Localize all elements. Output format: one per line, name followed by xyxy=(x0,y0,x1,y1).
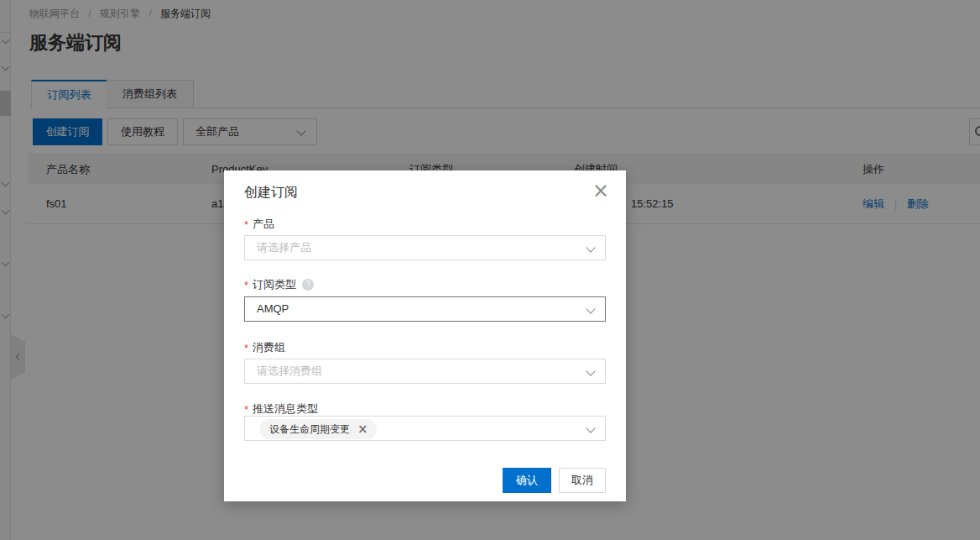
push-message-type-label-text: 推送消息类型 xyxy=(253,401,318,417)
confirm-button[interactable]: 确认 xyxy=(503,468,551,493)
push-message-type-field-label: * 推送消息类型 xyxy=(244,401,318,417)
subscription-type-value: AMQP xyxy=(257,302,289,315)
chevron-down-icon xyxy=(586,304,595,313)
required-mark: * xyxy=(244,342,248,354)
selected-tag: 设备生命周期变更 × xyxy=(259,419,377,439)
consumer-group-placeholder: 请选择消费组 xyxy=(257,364,322,377)
product-label-text: 产品 xyxy=(253,217,274,232)
consumer-group-field-label: * 消费组 xyxy=(244,340,285,355)
chevron-down-icon xyxy=(586,243,595,252)
subscription-type-field-label: * 订阅类型 ? xyxy=(244,277,314,292)
required-mark: * xyxy=(244,218,248,231)
app-root: 物联网平台 / 规则引擎 / 服务端订阅 服务端订阅 订阅列表 消费组列表 创建… xyxy=(0,0,980,540)
chevron-down-icon xyxy=(586,366,595,375)
close-icon[interactable]: × xyxy=(592,181,609,201)
consumer-group-label-text: 消费组 xyxy=(253,340,285,355)
required-mark: * xyxy=(244,403,248,416)
selected-tag-text: 设备生命周期变更 xyxy=(269,419,350,439)
product-select[interactable]: 请选择产品 xyxy=(244,235,606,260)
consumer-group-select[interactable]: 请选择消费组 xyxy=(244,359,606,384)
cancel-button[interactable]: 取消 xyxy=(559,468,606,493)
product-field-label: * 产品 xyxy=(244,217,274,232)
product-placeholder: 请选择产品 xyxy=(257,241,311,254)
subscription-type-label-text: 订阅类型 xyxy=(253,277,296,292)
tag-remove-icon[interactable]: × xyxy=(357,419,368,439)
create-subscription-modal: 创建订阅 × * 产品 请选择产品 * 订阅类型 ? AMQP * 消费组 请选… xyxy=(224,170,626,501)
push-message-type-select[interactable]: 设备生命周期变更 × xyxy=(244,416,606,441)
help-icon[interactable]: ? xyxy=(302,279,314,291)
subscription-type-select[interactable]: AMQP xyxy=(244,296,606,322)
modal-title: 创建订阅 xyxy=(244,184,298,202)
chevron-down-icon xyxy=(586,423,595,433)
required-mark: * xyxy=(244,279,248,291)
